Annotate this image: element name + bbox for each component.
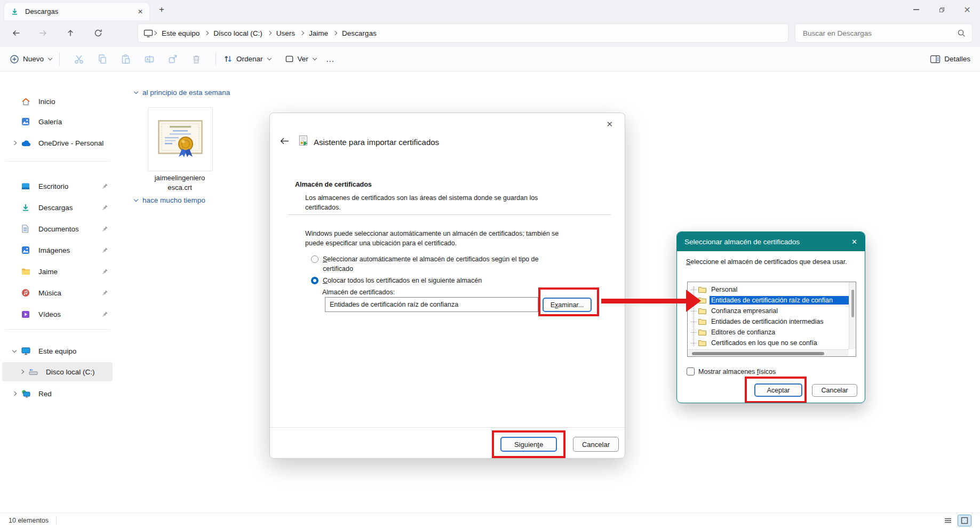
share-icon <box>168 54 178 65</box>
close-button[interactable]: ✕ <box>954 0 980 19</box>
command-bar: Nuevo Ordenar Ver <box>0 46 980 71</box>
tab-close-icon[interactable]: ✕ <box>138 8 143 15</box>
list-view-button[interactable] <box>944 516 952 525</box>
large-icons-view-button[interactable] <box>958 515 971 526</box>
breadcrumb-item-users[interactable]: Users <box>271 29 300 37</box>
download-icon <box>11 7 19 15</box>
tree-item-personal[interactable]: Personal <box>688 284 856 295</box>
group-header-this-week[interactable]: al principio de esta semana <box>134 89 230 97</box>
new-tab-button[interactable]: + <box>159 4 164 15</box>
tab-title: Descargas <box>25 7 138 15</box>
details-pane-icon <box>930 54 941 64</box>
sidebar-item-inicio[interactable]: Inicio <box>2 92 113 111</box>
pin-icon <box>102 226 108 232</box>
new-button[interactable]: Nuevo <box>10 54 52 64</box>
sidebar-item-documentos[interactable]: Documentos <box>2 219 113 238</box>
folder-icon <box>698 340 706 346</box>
chevron-right-icon[interactable] <box>12 391 17 396</box>
refresh-button[interactable] <box>90 25 107 42</box>
back-button[interactable] <box>7 25 25 42</box>
sidebar-item-red[interactable]: Red <box>2 384 113 403</box>
chevron-down-icon <box>134 90 138 94</box>
scrollbar-thumb[interactable] <box>851 290 854 317</box>
vertical-scrollbar[interactable] <box>849 282 856 349</box>
details-pane-button[interactable]: Detalles <box>930 54 970 64</box>
radio-place-all-certificates[interactable]: Colocar todos los certificados en el sig… <box>311 276 567 286</box>
pin-icon <box>102 268 108 275</box>
gallery-icon <box>21 117 34 126</box>
file-name[interactable]: jaimeelingeniero esca.crt <box>140 173 220 193</box>
scissors-icon <box>74 54 84 65</box>
sidebar-item-galeria[interactable]: Galería <box>2 112 113 131</box>
list-view-icon <box>944 516 952 525</box>
sidebar-item-disco-local[interactable]: Disco local (C:) <box>2 362 113 381</box>
view-button[interactable]: Ver <box>285 54 316 63</box>
search-input[interactable] <box>802 29 957 38</box>
copy-button[interactable] <box>91 50 114 68</box>
radio-button-unselected[interactable] <box>311 255 318 263</box>
annotation-box-next <box>492 430 565 458</box>
sidebar-item-imagenes[interactable]: Imágenes <box>2 241 113 260</box>
breadcrumb-item-disco-local[interactable]: Disco local (C:) <box>208 29 268 37</box>
wizard-description: Windows puede seleccionar automáticament… <box>305 229 575 248</box>
desktop-icon <box>21 182 34 190</box>
radio-button-selected[interactable] <box>311 277 318 284</box>
chevron-right-icon[interactable] <box>20 370 24 374</box>
view-icon <box>285 54 294 63</box>
onedrive-cloud-icon <box>21 140 34 147</box>
pin-icon <box>102 290 108 296</box>
certificate-store-input[interactable] <box>325 297 538 312</box>
more-button[interactable]: … <box>326 54 335 64</box>
store-cancel-button[interactable]: Cancelar <box>812 384 857 397</box>
file-item-certificate[interactable] <box>148 107 213 171</box>
sidebar-item-descargas[interactable]: Descargas <box>2 198 113 217</box>
tab-descargas[interactable]: Descargas ✕ <box>4 3 149 20</box>
delete-button[interactable] <box>185 50 208 68</box>
wizard-back-button[interactable] <box>280 137 290 146</box>
up-button[interactable] <box>62 25 79 42</box>
breadcrumb-item-este-equipo[interactable]: Este equipo <box>156 29 205 37</box>
sidebar-item-musica[interactable]: Música <box>2 283 113 302</box>
sidebar-item-este-equipo[interactable]: Este equipo <box>2 341 113 361</box>
clipboard-icon <box>121 54 131 65</box>
breadcrumb-item-jaime[interactable]: Jaime <box>304 29 333 37</box>
navigation-pane: Inicio Galería OneDrive - Personal Escri… <box>0 71 115 513</box>
share-button[interactable] <box>161 50 185 68</box>
show-physical-stores-checkbox[interactable]: Mostrar almacenes físicos <box>687 367 776 375</box>
minimize-button[interactable] <box>903 0 929 19</box>
copy-icon <box>97 54 108 65</box>
sidebar-item-videos[interactable]: Vídeos <box>2 305 113 324</box>
certificate-store-label: Almacén de certificados: <box>322 289 395 296</box>
folder-icon <box>698 318 706 325</box>
breadcrumb-item-descargas[interactable]: Descargas <box>337 29 382 37</box>
dialog-close-icon[interactable]: ✕ <box>851 238 857 246</box>
location-monitor-icon <box>144 29 153 38</box>
wizard-close-icon[interactable]: ✕ <box>606 119 613 129</box>
forward-button[interactable] <box>34 25 51 42</box>
cut-button[interactable] <box>67 50 91 68</box>
checkbox-unchecked[interactable] <box>687 367 695 375</box>
wizard-cancel-button[interactable]: Cancelar <box>573 437 619 452</box>
scrollbar-thumb[interactable] <box>692 352 824 355</box>
rename-button[interactable] <box>138 50 161 68</box>
sort-button[interactable]: Ordenar <box>224 54 271 63</box>
tree-item-trusted-root[interactable]: Entidades de certificación raíz de confi… <box>688 295 856 306</box>
tree-item-enterprise-trust[interactable]: Confianza empresarial <box>688 306 856 316</box>
horizontal-scrollbar[interactable] <box>688 349 849 356</box>
radio-auto-select-store[interactable]: Seleccionar automáticamente el almacén d… <box>311 255 562 274</box>
tree-item-intermediate-cas[interactable]: Entidades de certificación intermedias <box>688 316 856 327</box>
chevron-right-icon[interactable] <box>12 141 17 145</box>
sidebar-item-jaime[interactable]: Jaime <box>2 262 113 281</box>
annotation-arrow-head <box>686 290 701 312</box>
chevron-down-icon[interactable] <box>12 348 17 352</box>
tree-item-trusted-publishers[interactable]: Editores de confianza <box>688 327 856 338</box>
paste-button[interactable] <box>114 50 138 68</box>
sidebar-item-escritorio[interactable]: Escritorio <box>2 177 113 196</box>
tree-item-untrusted-certificates[interactable]: Certificados en los que no se confía <box>688 338 856 348</box>
sort-icon <box>224 54 233 63</box>
maximize-button[interactable] <box>929 0 954 19</box>
group-header-long-ago[interactable]: hace mucho tiempo <box>134 196 205 204</box>
network-icon <box>21 389 34 398</box>
certificate-import-wizard-dialog: ✕ Asistente para importar certificados A… <box>269 113 625 459</box>
sidebar-item-onedrive[interactable]: OneDrive - Personal <box>2 133 113 153</box>
